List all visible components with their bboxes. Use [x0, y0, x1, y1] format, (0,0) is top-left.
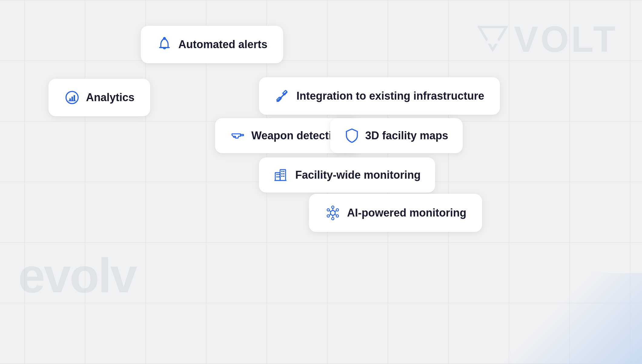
svg-rect-22	[283, 176, 284, 177]
svg-line-32	[335, 214, 336, 215]
building-icon	[273, 167, 289, 183]
volt-watermark: VOLT	[478, 18, 618, 60]
svg-point-27	[332, 217, 334, 220]
gradient-overlay	[491, 273, 642, 364]
svg-rect-13	[276, 174, 278, 175]
plug-icon	[275, 88, 290, 104]
svg-point-9	[280, 97, 282, 99]
volt-text: VOLT	[514, 18, 618, 60]
svg-point-23	[330, 210, 335, 215]
svg-line-34	[329, 214, 331, 215]
svg-point-26	[336, 215, 339, 217]
svg-rect-19	[281, 173, 283, 174]
evolv-watermark: evolv	[18, 248, 136, 303]
svg-rect-15	[276, 176, 278, 177]
svg-line-35	[329, 211, 331, 212]
gun-icon	[230, 128, 245, 144]
integration-label: Integration to existing infrastructure	[296, 90, 484, 102]
svg-rect-21	[281, 176, 283, 177]
analytics-label: Analytics	[86, 91, 134, 104]
svg-point-25	[336, 209, 339, 211]
automated-alerts-label: Automated alerts	[178, 38, 267, 51]
svg-marker-1	[485, 31, 500, 44]
svg-rect-16	[278, 176, 280, 177]
automated-alerts-card: Automated alerts	[141, 26, 283, 63]
svg-marker-0	[479, 27, 506, 50]
svg-point-10	[283, 93, 286, 95]
analytics-card: Analytics	[48, 79, 150, 116]
svg-line-31	[335, 211, 336, 212]
shield-icon	[345, 128, 359, 144]
svg-rect-5	[71, 97, 73, 101]
svg-point-28	[327, 215, 329, 217]
svg-rect-14	[278, 174, 280, 175]
facility-3d-card: 3D facility maps	[330, 118, 463, 153]
facility-monitoring-label: Facility-wide monitoring	[295, 169, 421, 181]
svg-point-24	[332, 206, 334, 208]
ai-monitoring-label: AI-powered monitoring	[347, 207, 466, 219]
integration-card: Integration to existing infrastructure	[259, 77, 500, 115]
facility-3d-label: 3D facility maps	[365, 129, 448, 142]
chart-icon	[64, 90, 80, 105]
svg-rect-17	[281, 171, 283, 172]
ai-icon	[325, 205, 341, 221]
svg-rect-12	[280, 170, 286, 180]
svg-point-29	[327, 209, 329, 211]
ai-monitoring-card: AI-powered monitoring	[309, 194, 482, 232]
svg-rect-18	[283, 171, 284, 172]
facility-monitoring-card: Facility-wide monitoring	[259, 157, 435, 193]
svg-rect-6	[74, 95, 75, 101]
svg-rect-20	[283, 173, 284, 174]
bell-icon	[157, 37, 172, 52]
